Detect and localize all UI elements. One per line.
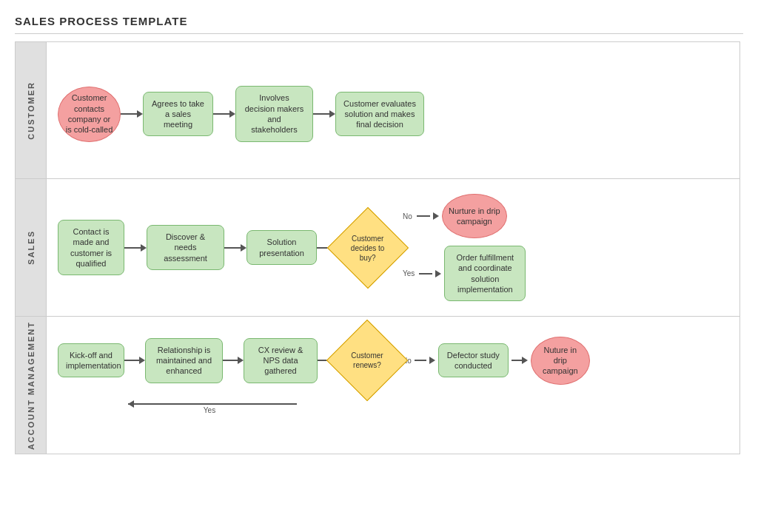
sales-lane-content: Contact is made and customer is qualifie…	[47, 179, 739, 316]
svg-text:Yes: Yes	[204, 406, 215, 414]
account-lane-label: ACCOUNT MANAGEMENT	[27, 321, 36, 450]
sales-lane: SALES Contact is made and customer is qu…	[16, 179, 739, 317]
node-s2: Discover & needs assessment	[147, 225, 224, 270]
customer-lane-label-container: CUSTOMER	[16, 42, 47, 178]
node-s6: Order fulfillment and coordinate solutio…	[444, 246, 526, 301]
node-a1: Kick-off and implementation	[58, 343, 124, 378]
sales-lane-label: SALES	[27, 230, 36, 265]
node-c4: Customer evaluates solution and makes fi…	[335, 92, 424, 137]
customer-lane: CUSTOMER Customer contacts company or is…	[16, 42, 739, 179]
sales-lane-label-container: SALES	[16, 179, 47, 316]
node-c3: Involves decision makers and stakeholder…	[235, 86, 313, 141]
svg-marker-1	[128, 400, 134, 408]
diagram-container: CUSTOMER Customer contacts company or is…	[15, 41, 740, 454]
node-a6: Nuture in drip campaign	[531, 337, 590, 385]
arrow-c1-c2	[121, 110, 143, 118]
node-a5: Defector study conducted	[438, 343, 509, 378]
node-a2: Relationship is maintained and enhanced	[145, 338, 223, 383]
node-s4: Customer decides to buy?	[327, 206, 409, 288]
customer-lane-label: CUSTOMER	[27, 81, 36, 140]
node-s1: Contact is made and customer is qualifie…	[58, 220, 124, 275]
page-title: SALES PROCESS TEMPLATE	[15, 15, 743, 34]
arrow-c3-c4	[313, 110, 335, 118]
account-lane-content: Kick-off and implementation Relationship…	[47, 317, 739, 454]
node-c2: Agrees to take a sales meeting	[143, 92, 213, 137]
node-a3: CX review & NPS data gathered	[244, 338, 318, 383]
node-c1: Customer contacts company or is cold-cal…	[58, 87, 121, 142]
customer-lane-content: Customer contacts company or is cold-cal…	[47, 42, 739, 178]
node-a4: Customer renews?	[326, 320, 408, 401]
node-s5: Nurture in drip campaign	[442, 194, 507, 238]
no-label-sales: No	[403, 212, 412, 220]
account-lane-label-container: ACCOUNT MANAGEMENT	[16, 317, 47, 454]
node-s3: Solution presentation	[246, 230, 317, 265]
arrow-c2-c3	[213, 110, 235, 118]
account-lane: ACCOUNT MANAGEMENT Kick-off and implemen…	[16, 317, 739, 454]
yes-label-sales: Yes	[403, 269, 415, 277]
